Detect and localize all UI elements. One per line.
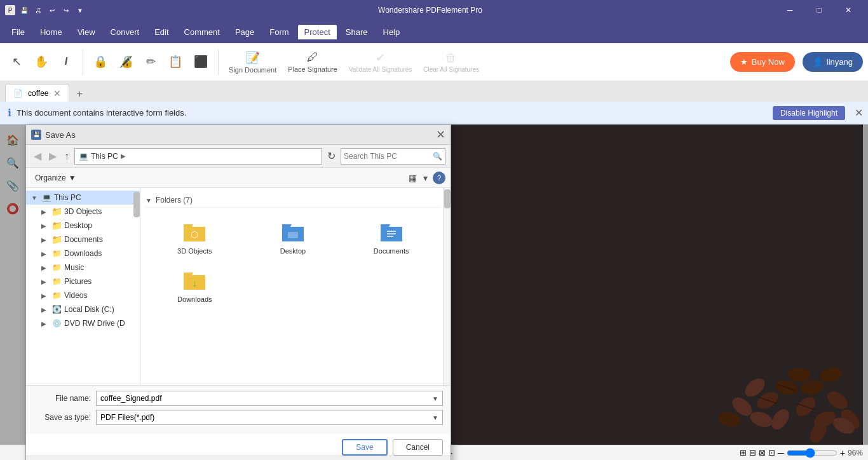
folder-item-documents[interactable]: Documents [344,215,438,259]
dropdown-icon-btn[interactable]: ▼ [75,5,85,15]
file-list-scrollbar[interactable] [443,188,451,385]
new-tab-button[interactable]: + [72,86,87,102]
sign-document-button[interactable]: 📝 Sign Document [224,46,281,79]
menu-convert[interactable]: Convert [104,25,146,39]
nav-refresh-button[interactable]: ↻ [325,149,338,163]
disk-icon: 💽 [51,304,62,315]
zoom-in-button[interactable]: + [840,448,845,458]
menu-view[interactable]: View [71,25,102,39]
expand-icon[interactable]: ▶ [41,278,49,285]
tree-item-music[interactable]: ▶ 📁 Music [26,260,140,274]
notification-close-button[interactable]: ✕ [855,107,863,119]
grid-view-button[interactable]: ▦ [406,172,419,184]
menu-page[interactable]: Page [229,25,261,39]
clear-signatures-button[interactable]: 🗑 Clear All Signatures [418,46,484,79]
cancel-button[interactable]: Cancel [393,439,443,456]
menu-share[interactable]: Share [339,25,374,39]
dialog-overlay: 💾 Save As ✕ ◀ ▶ ↑ 💻 This PC ▶ ↻ 🔍 [0,125,868,445]
nav-back-button[interactable]: ◀ [31,149,44,163]
tree-item-pictures[interactable]: ▶ 📁 Pictures [26,274,140,288]
hide-folders-toggle[interactable]: ▲ Hide Folders [26,456,451,460]
menu-form[interactable]: Form [263,25,295,39]
list-view-button[interactable]: ▾ [421,172,430,184]
tree-item-3dobjects[interactable]: ▶ 📁 3D Objects [26,205,140,219]
tree-item-desktop[interactable]: ▶ 📁 Desktop [26,219,140,233]
tree-item-downloads[interactable]: ▶ 📁 Downloads [26,247,140,260]
expand-icon[interactable]: ▶ [41,292,49,299]
close-button[interactable]: ✕ [834,0,863,20]
expand-icon[interactable]: ▼ [31,194,39,201]
print-icon-btn[interactable]: 🖨 [33,5,43,15]
hand-tool-button[interactable]: ✋ [29,46,53,79]
redo-icon-btn[interactable]: ↪ [61,5,71,15]
save-button[interactable]: Save [342,439,387,456]
redact-button[interactable]: ⬛ [189,46,213,79]
zoom-slider[interactable] [787,448,837,458]
validate-signatures-button[interactable]: ✔ Validate All Signatures [344,46,417,79]
lock-tool-button[interactable]: 🔒 [88,46,112,79]
download-folder-icon: 📁 [51,248,62,259]
nav-up-button[interactable]: ↑ [62,149,72,163]
expand-icon[interactable]: ▶ [41,208,49,215]
menu-home[interactable]: Home [34,25,69,39]
expand-icon[interactable]: ▶ [41,250,49,257]
organize-button[interactable]: Organize ▼ [31,172,80,184]
menu-file[interactable]: File [5,25,31,39]
text-tool-button[interactable]: I [55,46,78,79]
expand-icon[interactable]: ▶ [41,320,49,327]
main-content: 🏠 🔍 📎 ⭕ Leo DigitalSigner:LeoDN:E=leo@gm… [0,125,868,445]
view-single-icon[interactable]: ⊞ [740,448,747,457]
file-grid: ⬡ 3D Objects [146,213,440,309]
dvd-icon: 💿 [51,318,62,328]
folder-item-desktop[interactable]: Desktop [247,215,340,259]
help-button[interactable]: ? [433,172,445,184]
menu-comment[interactable]: Comment [178,25,226,39]
lock2-tool-button[interactable]: 🔏 [114,46,138,79]
tree-item-dvd[interactable]: ▶ 💿 DVD RW Drive (D [26,316,140,330]
breadcrumb-dropdown[interactable]: ▶ [121,152,126,159]
tab-label: coffee [28,89,48,98]
app-icon: P [5,5,15,15]
breadcrumb-thispc[interactable]: This PC [91,152,118,161]
breadcrumb-bar: 💻 This PC ▶ [74,148,322,165]
folder-item-downloads[interactable]: ↓ Downloads [148,264,241,307]
cursor-tool-button[interactable]: ↖ [5,46,28,79]
tree-item-thispc[interactable]: ▼ 💻 This PC [26,191,140,205]
tab-coffee[interactable]: 📄 coffee ✕ [5,84,69,102]
tab-close-button[interactable]: ✕ [53,88,61,98]
buy-now-button[interactable]: ★ Buy Now [730,52,795,72]
view-fit-icon[interactable]: ⊟ [749,448,756,457]
disable-highlight-button[interactable]: Disable Highlight [773,106,845,120]
expand-icon[interactable]: ▶ [41,222,49,229]
search-input[interactable] [344,152,433,161]
folder-item-3dobjects[interactable]: ⬡ 3D Objects [148,215,241,259]
user-account-button[interactable]: 👤 linyang [803,52,863,72]
expand-icon[interactable]: ▶ [41,264,49,271]
menu-help[interactable]: Help [377,25,407,39]
save-icon-btn[interactable]: 💾 [19,5,29,15]
savetype-dropdown[interactable]: ▼ [432,414,438,421]
section-toggle[interactable]: ▼ [146,197,152,204]
nav-forward-button[interactable]: ▶ [46,149,59,163]
view-two-icon[interactable]: ⊠ [759,448,766,457]
expand-icon[interactable]: ▶ [41,306,49,313]
menu-protect[interactable]: Protect [298,25,337,39]
expand-icon[interactable]: ▶ [41,236,49,243]
tree-item-documents[interactable]: ▶ 📁 Documents [26,233,140,247]
view-scroll-icon[interactable]: ⊡ [768,448,775,457]
tree-item-videos[interactable]: ▶ 📁 Videos [26,288,140,302]
tree-item-localc[interactable]: ▶ 💽 Local Disk (C:) [26,302,140,316]
place-signature-button[interactable]: 🖊 Place Signature [283,46,342,79]
undo-icon-btn[interactable]: ↩ [47,5,57,15]
dialog-bottom: File name: ▼ Save as type: PDF Files(*.p… [26,385,451,434]
stamp-button[interactable]: 📋 [163,46,187,79]
menu-edit[interactable]: Edit [148,25,175,39]
minimize-button[interactable]: ─ [775,0,804,20]
filename-input[interactable] [100,394,432,403]
dialog-close-button[interactable]: ✕ [436,129,445,140]
maximize-button[interactable]: □ [804,0,834,20]
filename-dropdown[interactable]: ▼ [432,395,438,402]
search-icon[interactable]: 🔍 [433,152,442,161]
zoom-out-button[interactable]: ─ [778,448,784,458]
edit-sign-button[interactable]: ✏ [139,46,162,79]
